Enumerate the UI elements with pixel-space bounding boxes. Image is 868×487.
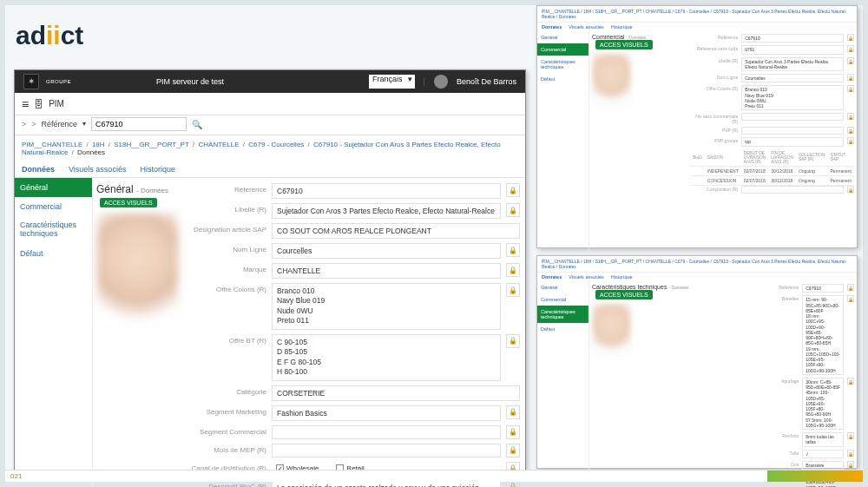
field-value[interactable]: Branco 010Navy Blue 019Nude 0WUPreto 011	[741, 85, 844, 110]
field-label: Niv séso commerciale (R)	[690, 113, 738, 124]
nav-back-icon[interactable]: >	[22, 120, 26, 128]
sidebar-item[interactable]: Caractéristiques techniques	[537, 306, 589, 323]
fields-area: RéférenceC67910Libellé (R)Sujetador Con …	[188, 178, 525, 487]
field-label: Offre Coloris (R)	[188, 283, 266, 293]
lock-icon	[506, 263, 520, 277]
field-value[interactable]: CHANTELLE	[272, 263, 501, 279]
field-label: Référence	[188, 183, 266, 194]
lock-icon	[506, 425, 520, 439]
panel-title: Général - Données ACCES VISUELS	[96, 183, 185, 207]
field-value[interactable]: 15 mm: 90-95C+85-90D+80-85E+80F18 mm: 10…	[802, 295, 844, 375]
field-value[interactable]: CO SOUT COM AROS REALCE PLONGEANT	[272, 223, 520, 239]
field-label: Libellé (R)	[188, 203, 266, 214]
reference-input[interactable]	[91, 117, 187, 131]
sidebar-item[interactable]: Caractéristiques techniques	[537, 56, 589, 73]
field-value[interactable]: 6791	[741, 45, 844, 54]
field-value[interactable]	[741, 127, 844, 135]
field-value[interactable]: 30mm: C+85-95D+80E+80-85F45mm: 100-105D+…	[802, 378, 844, 430]
panel-title-mini2: Caractéristiques techniques - Données AC…	[592, 284, 746, 299]
field-value[interactable]	[272, 444, 501, 457]
field-value[interactable]: C67910	[741, 34, 844, 43]
tab[interactable]: Données	[542, 24, 562, 30]
sidebar-item-défaut[interactable]: Défaut	[15, 244, 92, 263]
brand-logo	[23, 74, 39, 89]
lock-icon	[847, 284, 854, 291]
field-value[interactable]: 8mm todas las tallas	[802, 432, 844, 447]
field-label: Libellé (R)	[690, 57, 738, 63]
language-select[interactable]: Français	[369, 75, 415, 89]
sidebar-item[interactable]: Général	[537, 31, 589, 43]
field-value[interactable]: CORSETERIE	[272, 385, 520, 401]
field-label: Segment Marketing	[188, 405, 266, 416]
sidebar-item[interactable]: Général	[537, 281, 589, 293]
field-value[interactable]	[272, 425, 501, 439]
panel-title-mini1: Commercial - Données ACCES VISUELS	[592, 34, 685, 49]
field-value[interactable]: C 90-105D 85-105E F G 80-105H 80-100	[272, 334, 501, 381]
breadcrumb-item[interactable]: CHANTELLE	[199, 141, 240, 148]
tab-visuels-associés[interactable]: Visuels associés	[69, 161, 126, 177]
access-visuals-badge[interactable]: ACCES VISUELS	[100, 198, 157, 207]
sidebar-item-commercial[interactable]: Commercial	[15, 197, 92, 216]
reference-dropdown[interactable]: Référence	[42, 120, 87, 128]
lock-icon	[847, 137, 854, 144]
thumbnail-mini2[interactable]	[592, 303, 631, 355]
lock-icon	[847, 127, 854, 134]
breadcrumb-item[interactable]: PIM__CHANTELLE	[22, 141, 82, 148]
menu-icon[interactable]	[22, 97, 29, 111]
field-value[interactable]: top	[741, 137, 844, 146]
tabs: DonnéesVisuels associésHistorique	[15, 160, 525, 178]
field-label: Désignation article SAP	[188, 223, 266, 234]
field-value[interactable]: Courcelles	[741, 74, 844, 82]
field-value[interactable]: Courcelles	[272, 243, 501, 259]
sidebar-item[interactable]: Défaut	[537, 73, 589, 85]
tab-données[interactable]: Données	[22, 161, 55, 177]
overlay-tech: PIM__CHANTELLE / 18H / S18H__GR__PORT_PT…	[536, 255, 858, 469]
tab[interactable]: Historique	[611, 274, 633, 280]
sidebar-item[interactable]: Défaut	[537, 323, 589, 335]
lock-icon	[847, 45, 854, 52]
sidebar-item[interactable]: Commercial	[537, 293, 589, 306]
tab[interactable]: Visuels associés	[569, 24, 604, 30]
field-label: Renforts	[751, 432, 799, 438]
breadcrumb-item[interactable]: C679 - Courcelles	[248, 141, 304, 148]
tabs-mini2: DonnéesVisuels associésHistorique	[537, 273, 857, 281]
lock-icon	[506, 203, 520, 217]
search-icon[interactable]	[192, 120, 202, 129]
field-value[interactable]: Fashion Basics	[272, 405, 501, 421]
field-value[interactable]	[741, 113, 844, 121]
field-value[interactable]: Brassière	[802, 461, 844, 470]
field-value[interactable]: Sujetador Con Aros 3 Partes Efecto Realc…	[741, 57, 844, 72]
sidebar-item-général[interactable]: Général	[15, 178, 92, 197]
breadcrumb-item[interactable]: S18H__GR__PORT_PT	[114, 141, 189, 148]
tab[interactable]: Données	[542, 274, 562, 280]
field-value[interactable]: Sujetador Con Aros 3 Partes Efecto Realc…	[272, 203, 501, 219]
field-label: Dos	[751, 461, 799, 467]
field-value[interactable]: Branco 010Navy Blue 019Nude 0WUPreto 011	[272, 283, 501, 330]
tab-historique[interactable]: Historique	[140, 161, 175, 177]
lock-icon	[847, 57, 854, 64]
field-value[interactable]: C67910	[272, 183, 501, 199]
tab[interactable]: Visuels associés	[569, 274, 604, 280]
thumbnail-mini1[interactable]	[592, 53, 631, 105]
tab[interactable]: Historique	[611, 24, 633, 30]
avatar[interactable]	[434, 75, 448, 89]
lock-icon	[847, 113, 854, 120]
briefcase-icon[interactable]	[34, 99, 43, 109]
page-number: 021	[10, 472, 22, 480]
breadcrumb-item[interactable]: 18H	[92, 141, 105, 148]
field-label: Bretelles	[751, 295, 799, 301]
field-label: Agrafage	[751, 378, 799, 384]
product-thumbnail[interactable]	[96, 213, 179, 326]
sidebar-mini2: GénéralCommercialCaractéristiques techni…	[537, 281, 589, 474]
nav-fwd-icon[interactable]: >	[31, 120, 36, 128]
sidebar-item[interactable]: Commercial	[537, 43, 589, 56]
badge-mini1[interactable]: ACCES VISUELS	[595, 40, 653, 49]
lock-icon	[847, 461, 854, 468]
field-value[interactable]: C67910	[802, 284, 844, 293]
lock-icon	[506, 183, 520, 197]
badge-mini2[interactable]: ACCES VISUELS	[595, 290, 653, 299]
field-label: Segment Commercial	[188, 425, 266, 436]
sidebar-item-caractéristiques[interactable]: Caractéristiques techniques	[15, 216, 92, 244]
field-value[interactable]: √	[802, 450, 844, 458]
lock-icon	[506, 283, 520, 297]
